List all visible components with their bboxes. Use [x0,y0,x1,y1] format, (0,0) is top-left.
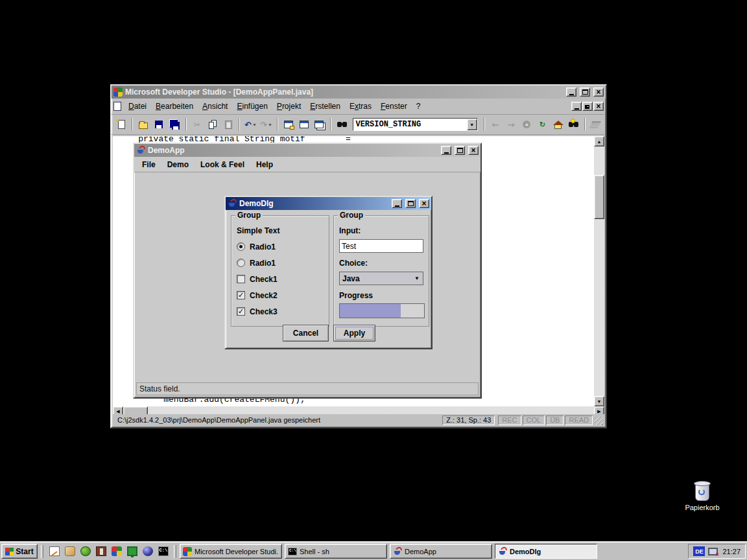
msdev-icon [183,547,192,556]
mdi-restore-button[interactable] [582,102,593,111]
maximize-button[interactable] [580,88,590,97]
quicklaunch-bug-button[interactable] [78,544,93,559]
search-combo[interactable]: VERSION_STRING ▼ [353,118,477,131]
toolbar-handle[interactable] [41,545,43,558]
taskbar: Start Microsoft Developer Studi...Shell … [0,542,747,560]
toolbar-handle[interactable] [174,545,176,558]
workspace-button[interactable] [281,117,296,132]
demodlg-maximize-button[interactable] [405,199,416,208]
home-button[interactable] [551,117,565,132]
taskbar-task-demoapp[interactable]: DemoApp [390,544,492,559]
check-check1[interactable]: Check1 [237,274,324,284]
check-check3[interactable]: ✓Check3 [237,307,324,316]
group-box-right: Group Input: Choice: Java ▼ Progress [333,215,429,327]
find-in-files-button[interactable] [335,117,349,132]
refresh-button[interactable]: ↻ [535,117,549,132]
taskbar-task-demodlg[interactable]: DemoDlg [495,544,597,559]
vertical-scrollbar[interactable]: ▲ ▼ [594,136,604,406]
menu-item-file[interactable]: File [136,158,161,171]
menu-item-bearbeiten[interactable]: Bearbeiten [151,100,198,112]
compile-button[interactable] [589,117,603,132]
minimize-button[interactable] [566,88,576,97]
toolbar-separator [132,118,133,131]
mdi-close-button[interactable]: × [593,102,604,111]
save-button[interactable] [152,117,166,132]
undo-dropdown-icon[interactable]: ▼ [252,122,257,127]
menu-item-datei[interactable]: Datei [124,100,151,112]
menu-item-demo[interactable]: Demo [161,158,195,171]
navigate-back-button[interactable]: ← [488,117,503,132]
menu-item-extras[interactable]: Extras [345,100,376,112]
radio-radio1[interactable]: Radio1 [237,242,324,251]
output-button[interactable] [297,117,311,132]
redo-button[interactable]: ↷▼ [259,117,274,132]
keyboard-layout-indicator[interactable]: DE [693,546,705,556]
mdi-minimize-button[interactable] [571,102,582,111]
search-combo-value[interactable]: VERSION_STRING [353,120,466,129]
demodlg-close-button[interactable]: × [419,199,429,208]
menu-item-ansicht[interactable]: Ansicht [198,100,232,112]
start-button[interactable]: Start [1,544,38,559]
redo-dropdown-icon[interactable]: ▼ [268,122,272,127]
demodlg-titlebar[interactable]: DemoDlg × [226,197,431,210]
menu-item-?[interactable]: ? [412,100,425,112]
menu-item-fenster[interactable]: Fenster [376,100,412,112]
quicklaunch-green-monitor-button[interactable] [124,544,139,559]
check-unchecked-icon[interactable] [237,275,245,283]
undo-button[interactable]: ↶▼ [243,117,257,132]
open-file-button[interactable] [136,117,150,132]
scroll-down-button[interactable]: ▼ [594,396,604,406]
menu-item-einf-gen[interactable]: Einfügen [232,100,272,112]
close-button[interactable]: × [593,88,604,97]
toolbar-separator [185,118,187,131]
quicklaunch-msdev-button[interactable] [109,544,124,559]
start-label: Start [16,547,33,556]
network-offline-icon[interactable] [708,548,718,555]
menu-item-look-feel[interactable]: Look & Feel [195,158,250,171]
navigate-forward-button[interactable]: → [504,117,518,132]
quicklaunch-book-button[interactable] [93,544,108,559]
cancel-button[interactable]: Cancel [283,325,329,342]
check-checked-icon[interactable]: ✓ [237,291,245,299]
cascade-windows-button[interactable] [313,117,327,132]
radio-unchecked-icon[interactable] [237,259,245,267]
check-check2[interactable]: ✓Check2 [237,290,324,300]
resize-grip[interactable] [595,417,603,425]
copy-button[interactable] [206,117,220,132]
quicklaunch-edit-pad-button[interactable] [47,544,62,559]
mdi-document-icon[interactable] [113,102,121,111]
quicklaunch-sphere-browser-button[interactable] [140,544,155,559]
quicklaunch-hand-writer-button[interactable] [62,544,77,559]
search-button[interactable] [567,117,581,132]
close-icon: × [421,200,426,207]
check-checked-icon[interactable]: ✓ [237,307,245,316]
layers-icon [591,121,600,123]
choice-combobox[interactable]: Java ▼ [339,272,423,285]
taskbar-task-microsoft-developer-studi-[interactable]: Microsoft Developer Studi... [180,544,282,559]
scroll-up-button[interactable]: ▲ [594,136,604,146]
paste-button[interactable] [221,117,235,132]
devstudio-titlebar[interactable]: Microsoft Developer Studio - [DemoAppPan… [112,86,606,99]
taskbar-task-shell-sh[interactable]: Shell - sh [285,544,387,559]
devstudio-menu: DateiBearbeitenAnsichtEinfügenProjektErs… [124,100,425,112]
radio-radio1[interactable]: Radio1 [237,258,324,268]
demoapp-maximize-button[interactable] [455,146,465,155]
search-combo-dropdown-button[interactable]: ▼ [467,119,477,130]
menu-item-erstellen[interactable]: Erstellen [305,100,345,112]
apply-button[interactable]: Apply [333,325,375,342]
quicklaunch-console-button[interactable] [156,544,171,559]
vertical-scroll-thumb[interactable] [594,175,604,219]
menu-item-help[interactable]: Help [250,158,279,171]
demoapp-minimize-button[interactable] [441,146,451,155]
demodlg-minimize-button[interactable] [392,199,402,208]
input-field[interactable] [339,239,423,253]
menu-item-projekt[interactable]: Projekt [272,100,305,112]
demoapp-close-button[interactable]: × [468,146,479,155]
recycle-bin-desktop-icon[interactable]: Papierkorb [681,481,724,511]
save-all-button[interactable] [168,117,182,132]
stop-button[interactable]: × [519,117,534,132]
new-file-button[interactable] [114,117,128,132]
demoapp-titlebar[interactable]: DemoApp × [134,144,480,157]
radio-checked-icon[interactable] [237,242,245,251]
cut-button[interactable]: ✂ [190,117,204,132]
